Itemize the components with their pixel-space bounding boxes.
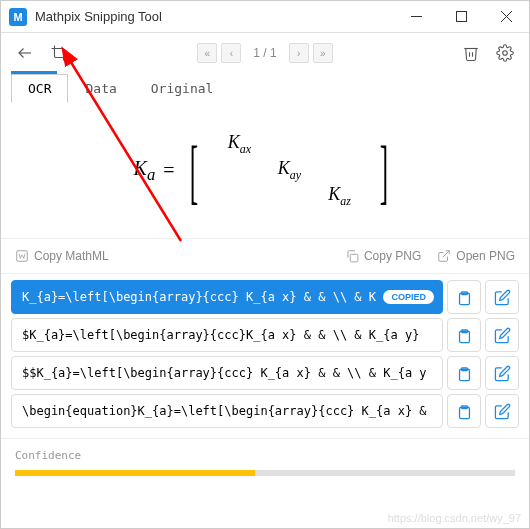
edit-icon bbox=[494, 403, 511, 420]
confidence-label: Confidence bbox=[1, 438, 529, 466]
pager: « ‹ 1 / 1 › » bbox=[197, 43, 332, 63]
result-row: $K_{a}=\left[\begin{array}{ccc}K_{a x} &… bbox=[11, 318, 519, 352]
edit-icon bbox=[494, 365, 511, 382]
titlebar: M Mathpix Snipping Tool bbox=[1, 1, 529, 33]
open-png-button[interactable]: Open PNG bbox=[437, 249, 515, 263]
toolbar: « ‹ 1 / 1 › » bbox=[1, 33, 529, 73]
svg-rect-8 bbox=[17, 251, 28, 262]
clipboard-icon bbox=[456, 365, 473, 382]
edit-row-button[interactable] bbox=[485, 318, 519, 352]
svg-point-7 bbox=[503, 51, 508, 56]
copy-row-button[interactable] bbox=[447, 318, 481, 352]
result-text[interactable]: $K_{a}=\left[\begin{array}{ccc}K_{a x} &… bbox=[11, 318, 443, 352]
close-button[interactable] bbox=[484, 1, 529, 32]
crop-icon[interactable] bbox=[45, 39, 73, 67]
preview-area: Ka = [ Kax Kay Kaz ] bbox=[1, 103, 529, 238]
edit-icon bbox=[494, 289, 511, 306]
confidence-bar bbox=[15, 470, 515, 476]
tab-data[interactable]: Data bbox=[68, 74, 133, 103]
pager-last-button[interactable]: » bbox=[313, 43, 333, 63]
word-icon bbox=[15, 249, 29, 263]
clipboard-icon bbox=[456, 289, 473, 306]
page-info: 1 / 1 bbox=[253, 46, 276, 60]
edit-row-button[interactable] bbox=[485, 356, 519, 390]
settings-button[interactable] bbox=[491, 39, 519, 67]
tabs: OCR Data Original bbox=[1, 74, 529, 103]
watermark: https://blog.csdn.net/wy_97 bbox=[388, 512, 521, 524]
svg-rect-1 bbox=[457, 12, 467, 22]
edit-row-button[interactable] bbox=[485, 394, 519, 428]
result-row: \begin{equation}K_{a}=\left[\begin{array… bbox=[11, 394, 519, 428]
external-link-icon bbox=[437, 249, 451, 263]
pager-next-button[interactable]: › bbox=[289, 43, 309, 63]
clipboard-icon bbox=[456, 403, 473, 420]
result-row: K_{a}=\left[\begin{array}{ccc} K_{a x} &… bbox=[11, 280, 519, 314]
delete-button[interactable] bbox=[457, 39, 485, 67]
pager-first-button[interactable]: « bbox=[197, 43, 217, 63]
edit-row-button[interactable] bbox=[485, 280, 519, 314]
app-logo-icon: M bbox=[9, 8, 27, 26]
action-bar: Copy MathML Copy PNG Open PNG bbox=[1, 238, 529, 274]
result-row: $$K_{a}=\left[\begin{array}{ccc} K_{a x}… bbox=[11, 356, 519, 390]
copy-row-button[interactable] bbox=[447, 356, 481, 390]
pager-prev-button[interactable]: ‹ bbox=[221, 43, 241, 63]
svg-rect-9 bbox=[350, 254, 358, 262]
result-text[interactable]: $$K_{a}=\left[\begin{array}{ccc} K_{a x}… bbox=[11, 356, 443, 390]
copy-icon bbox=[345, 249, 359, 263]
tab-ocr[interactable]: OCR bbox=[11, 74, 68, 103]
minimize-button[interactable] bbox=[394, 1, 439, 32]
copied-badge: COPIED bbox=[383, 290, 434, 304]
copy-mathml-button[interactable]: Copy MathML bbox=[15, 249, 109, 263]
result-text[interactable]: \begin{equation}K_{a}=\left[\begin{array… bbox=[11, 394, 443, 428]
clipboard-icon bbox=[456, 327, 473, 344]
svg-line-10 bbox=[443, 251, 449, 257]
copy-row-button[interactable] bbox=[447, 280, 481, 314]
window-title: Mathpix Snipping Tool bbox=[35, 9, 394, 24]
copy-png-button[interactable]: Copy PNG bbox=[345, 249, 421, 263]
result-text[interactable]: K_{a}=\left[\begin{array}{ccc} K_{a x} &… bbox=[11, 280, 443, 314]
copy-row-button[interactable] bbox=[447, 394, 481, 428]
maximize-button[interactable] bbox=[439, 1, 484, 32]
tab-original[interactable]: Original bbox=[134, 74, 231, 103]
results-list: K_{a}=\left[\begin{array}{ccc} K_{a x} &… bbox=[1, 274, 529, 438]
back-button[interactable] bbox=[11, 39, 39, 67]
edit-icon bbox=[494, 327, 511, 344]
